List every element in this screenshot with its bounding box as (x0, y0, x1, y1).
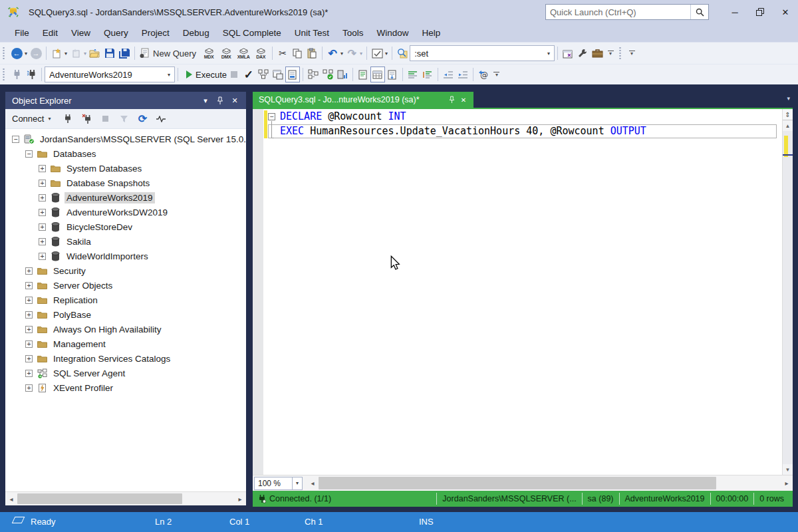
expand-icon[interactable]: + (39, 253, 46, 260)
menu-unit-test[interactable]: Unit Test (288, 26, 336, 40)
tab-sqlquery3[interactable]: SQLQuery3.sql - Jo...ntureWorks2019 (sa)… (253, 92, 473, 108)
tree-item-databases[interactable]: −Databases (5, 146, 246, 161)
change-connection-button[interactable] (24, 66, 39, 82)
expand-icon[interactable]: + (39, 165, 46, 172)
object-explorer-header[interactable]: Object Explorer ▾ ✕ (5, 92, 246, 109)
collapse-icon[interactable]: − (25, 150, 33, 158)
tree-item-management[interactable]: +Management (5, 336, 246, 351)
expand-icon[interactable]: + (39, 180, 46, 187)
toolbar-grip[interactable] (2, 68, 5, 81)
include-live-statistics-button[interactable] (321, 66, 335, 82)
add-item-button[interactable] (68, 45, 83, 61)
editor-hscroll-thumb[interactable] (319, 477, 716, 489)
editor-vscrollbar[interactable]: ⇕ ▲ ▼ (782, 109, 793, 475)
window-position-dropdown-icon[interactable]: ▾ (198, 94, 213, 107)
tree-item-polybase[interactable]: +PolyBase (5, 307, 246, 322)
expand-icon[interactable]: + (39, 223, 46, 231)
menu-sql-complete[interactable]: SQL Complete (216, 26, 288, 40)
connect-object-explorer-icon[interactable] (60, 111, 76, 127)
results-to-file-button[interactable] (385, 66, 400, 82)
scroll-up-icon[interactable]: ▲ (783, 120, 793, 131)
zoom-combobox[interactable]: 100 % (254, 477, 293, 490)
increase-indent-button[interactable] (456, 66, 470, 82)
code-line-1[interactable]: DECLARE @Rowcount INT (268, 110, 777, 124)
menu-window[interactable]: Window (370, 26, 416, 40)
display-estimated-plan-button[interactable] (256, 66, 271, 82)
pin-icon[interactable] (213, 94, 227, 107)
hscroll-right-icon[interactable]: ▸ (781, 479, 793, 487)
tree-item-wideworldimporters[interactable]: +WideWorldImporters (5, 249, 246, 263)
editor-hscroll-track[interactable] (319, 475, 781, 491)
tree-item-always-on-high-availability[interactable]: +Always On High Availability (5, 322, 246, 336)
tree-item-jordansanders-mssqlserver-sql-server-15-0[interactable]: −JordanSanders\MSSQLSERVER (SQL Server 1… (5, 132, 246, 146)
new-query-button[interactable]: New Query (138, 45, 200, 61)
expand-icon[interactable]: + (25, 340, 33, 348)
quick-launch-box[interactable] (545, 4, 709, 20)
wrench-tools-button[interactable] (575, 45, 590, 61)
save-all-button[interactable] (117, 45, 132, 61)
tree-item-sql-server-agent[interactable]: +SQL Server Agent (5, 366, 246, 380)
scroll-left-icon[interactable]: ◂ (5, 495, 17, 503)
tab-close-icon[interactable]: ✕ (458, 94, 469, 106)
scroll-thumb[interactable] (17, 493, 182, 504)
comment-selection-button[interactable] (406, 66, 420, 82)
set-combobox-dropdown[interactable]: ▾ (543, 46, 554, 61)
tree-item-security[interactable]: +Security (5, 263, 246, 278)
set-combobox[interactable]: ▾ (410, 45, 555, 61)
minimize-button[interactable]: ─ (722, 2, 747, 22)
scroll-track[interactable] (17, 492, 234, 505)
object-explorer-hscrollbar[interactable]: ◂ ▸ (5, 491, 246, 505)
zoom-dropdown-icon[interactable]: ▾ (293, 477, 303, 490)
uncomment-selection-button[interactable] (420, 66, 435, 82)
navigate-back-button[interactable]: ← (9, 45, 24, 61)
dmx-query-button[interactable]: DMX (217, 45, 235, 61)
tree-item-sakila[interactable]: +Sakila (5, 234, 246, 249)
outline-collapse-icon[interactable]: − (268, 113, 275, 120)
toolbar-overflow-button[interactable]: ▾ (626, 51, 638, 56)
expand-icon[interactable]: + (39, 238, 46, 245)
undo-button[interactable]: ↶ (325, 45, 340, 61)
expand-icon[interactable]: + (25, 297, 33, 304)
scroll-down-icon[interactable]: ▼ (783, 464, 793, 475)
find-button[interactable] (395, 45, 410, 61)
tree-item-xevent-profiler[interactable]: +XEvent Profiler (5, 380, 246, 395)
navigate-back-dropdown[interactable]: ▾ (25, 51, 27, 57)
close-icon[interactable]: ✕ (227, 94, 242, 107)
set-combobox-input[interactable] (410, 49, 543, 59)
query-options-button[interactable] (271, 66, 285, 82)
expand-icon[interactable]: + (39, 194, 46, 201)
menu-file[interactable]: File (8, 26, 36, 40)
copy-button[interactable] (290, 45, 305, 61)
expand-icon[interactable]: + (25, 282, 33, 289)
parse-button[interactable]: ✓ (241, 66, 256, 82)
search-icon[interactable] (691, 8, 708, 17)
refresh-icon[interactable]: ⟳ (134, 111, 150, 127)
tree-item-server-objects[interactable]: +Server Objects (5, 278, 246, 293)
intellisense-enabled-button[interactable] (285, 66, 300, 82)
new-project-button[interactable] (49, 45, 64, 61)
code-line-2[interactable]: EXEC HumanResources.Update_VacationHours… (268, 124, 777, 139)
close-button[interactable]: ✕ (773, 2, 798, 22)
toolbar-overflow-button[interactable]: ▾ (604, 51, 616, 56)
menu-query[interactable]: Query (97, 26, 135, 40)
execute-button[interactable]: Execute (185, 66, 227, 82)
menu-project[interactable]: Project (135, 26, 176, 40)
hscroll-left-icon[interactable]: ◂ (307, 479, 319, 487)
menu-view[interactable]: View (65, 26, 97, 40)
menu-debug[interactable]: Debug (176, 26, 216, 40)
window-selector-button[interactable] (370, 45, 384, 61)
connect-button[interactable] (9, 66, 24, 82)
collapse-icon[interactable]: − (12, 136, 19, 143)
redo-dropdown[interactable]: ▾ (360, 51, 362, 57)
decrease-indent-button[interactable] (441, 66, 456, 82)
add-item-dropdown[interactable]: ▾ (84, 51, 86, 57)
expand-icon[interactable]: + (25, 384, 33, 392)
tree-item-database-snapshots[interactable]: +Database Snapshots (5, 176, 246, 190)
stop-icon[interactable] (97, 111, 113, 127)
tree-item-integration-services-catalogs[interactable]: +Integration Services Catalogs (5, 351, 246, 366)
template-parameters-button[interactable]: @ (476, 66, 491, 82)
quick-launch-input[interactable] (546, 7, 690, 17)
open-file-button[interactable] (88, 45, 102, 61)
xmla-query-button[interactable]: XMLA (235, 45, 252, 61)
tree-item-adventureworks2019[interactable]: +AdventureWorks2019 (5, 190, 246, 205)
